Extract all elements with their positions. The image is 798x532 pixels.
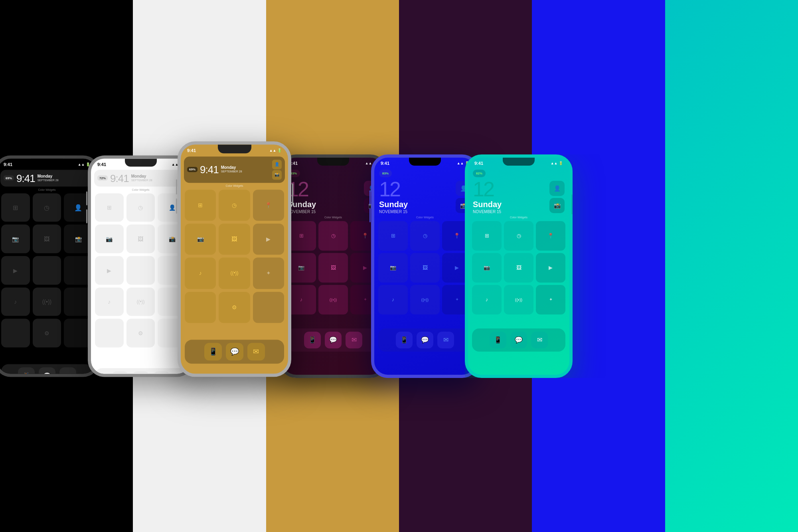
- app-icon[interactable]: ⊞: [1, 193, 30, 222]
- app-icon[interactable]: ⊞: [185, 190, 216, 221]
- app-icon[interactable]: ⚙: [219, 292, 250, 323]
- dock-icon[interactable]: 📱: [490, 332, 506, 348]
- dock-icon[interactable]: 💬: [510, 332, 527, 348]
- phone-1-battery-badge: 69%: [4, 176, 14, 181]
- phone-1-widget: 69% 9:41 Monday SEPTEMBER 28: [0, 170, 93, 186]
- app-icon[interactable]: ◷: [219, 190, 250, 221]
- phone-5: 9:41 ▲▲ 🔋 83% 12 Sunday NOVEMBER 15 👤 📸 …: [371, 154, 479, 378]
- app-icon[interactable]: ◷: [33, 193, 61, 222]
- dock-icon[interactable]: ✉: [153, 371, 170, 377]
- app-icon[interactable]: [126, 256, 155, 285]
- app-icon[interactable]: 📷: [472, 253, 502, 283]
- phone-1-date: SEPTEMBER 28: [38, 179, 90, 182]
- phone-3-side-btn-right: [292, 183, 293, 205]
- phone-6-day: Sunday: [473, 200, 546, 209]
- app-icon[interactable]: ♪: [1, 287, 30, 316]
- phone-6-time-big: 12: [473, 179, 546, 200]
- phone-2-vol-up: [86, 191, 87, 205]
- app-icon[interactable]: 🖼: [318, 253, 348, 283]
- app-icon[interactable]: ♪: [378, 285, 408, 314]
- phone-2-grid: ⊞ ◷ 👤 📷 🖼 📸 ▶ ♪ ((•)) ⚙: [91, 192, 190, 348]
- app-icon[interactable]: 🖼: [219, 223, 250, 255]
- phone-2-widget-label: Color Widgets: [91, 188, 190, 191]
- dock-icon[interactable]: 💬: [39, 367, 55, 377]
- app-icon[interactable]: [185, 292, 216, 323]
- dock-icon[interactable]: 💬: [132, 371, 149, 377]
- app-icon[interactable]: 🖼: [33, 225, 61, 253]
- dock-icon[interactable]: ✉: [346, 332, 362, 348]
- app-icon[interactable]: 🖼: [410, 253, 440, 283]
- phone-3-vol-up: [176, 179, 177, 194]
- app-icon[interactable]: ⚙: [126, 319, 155, 348]
- app-icon[interactable]: ▶: [536, 253, 565, 283]
- dock-icon[interactable]: ✉: [59, 367, 76, 377]
- app-icon[interactable]: ⊞: [472, 221, 502, 251]
- app-icon[interactable]: 📍: [253, 190, 284, 221]
- phone-1-time-display: 9:41: [16, 173, 35, 183]
- app-icon[interactable]: ((•)): [219, 257, 250, 289]
- app-icon[interactable]: ▶: [95, 256, 124, 285]
- dock-icon[interactable]: 📱: [204, 343, 222, 360]
- phone-5-widget-area: 83% 12 Sunday NOVEMBER 15 👤 📸: [374, 167, 476, 216]
- dock-icon[interactable]: 📱: [304, 332, 321, 348]
- app-icon[interactable]: ◷: [504, 221, 533, 251]
- dock-icon[interactable]: ✉: [247, 343, 265, 360]
- app-icon[interactable]: ♪: [472, 285, 502, 314]
- app-icon[interactable]: ⚙: [33, 319, 61, 348]
- phone-2-day: Monday: [131, 174, 152, 179]
- phone-3-notch: [218, 144, 251, 153]
- dock-icon[interactable]: 📱: [18, 367, 35, 377]
- phone-6-date: NOVEMBER 15: [473, 209, 546, 214]
- dock-icon[interactable]: 💬: [226, 343, 243, 360]
- app-icon[interactable]: ✦: [253, 257, 284, 289]
- phone-5-wrapper: 9:41 ▲▲ 🔋 83% 12 Sunday NOVEMBER 15 👤 📸 …: [371, 154, 479, 378]
- app-icon[interactable]: ♪: [185, 257, 216, 289]
- app-icon[interactable]: ▶: [253, 223, 284, 255]
- dock-icon[interactable]: 📱: [112, 371, 128, 377]
- phone-3: 9:41 ▲▲ 🔋 69% 9:41 Monday SEPTEMBER 28 👤…: [178, 141, 291, 377]
- dock-icon[interactable]: ✉: [437, 332, 454, 348]
- app-icon[interactable]: ▶: [1, 256, 30, 285]
- app-icon[interactable]: ◷: [126, 193, 155, 222]
- app-icon[interactable]: ((•)): [504, 285, 533, 314]
- app-icon[interactable]: 🖼: [504, 253, 533, 283]
- app-icon[interactable]: 🖼: [126, 225, 155, 253]
- app-icon[interactable]: ♪: [95, 287, 124, 316]
- app-icon[interactable]: ((•)): [410, 285, 440, 314]
- app-icon[interactable]: ⊞: [95, 193, 124, 222]
- phone-2-widget: 72% 9:41 Monday SEPTEMBER 28: [94, 170, 187, 186]
- app-icon[interactable]: ((•)): [318, 285, 348, 314]
- phone-1-day: Monday: [38, 174, 90, 179]
- dock-icon[interactable]: ✉: [531, 332, 548, 348]
- dock-icon[interactable]: 💬: [417, 332, 433, 348]
- phone-6-battery-badge: 82%: [476, 172, 482, 175]
- app-icon[interactable]: ((•)): [33, 287, 61, 316]
- phone-5-grid: ⊞ ◷ 📍 📷 🖼 ▶ ♪ ((•)) ✦: [374, 220, 476, 315]
- app-icon[interactable]: ((•)): [126, 287, 155, 316]
- phone-5-dock: 📱 💬 ✉: [378, 328, 472, 352]
- phone-4-widget-area: 83% 12 Sunday NOVEMBER 15 👤 📸: [282, 167, 384, 216]
- app-icon[interactable]: 📷: [185, 223, 216, 255]
- app-icon[interactable]: 📷: [95, 225, 124, 253]
- app-icon[interactable]: ⊞: [378, 221, 408, 251]
- phone-1-time: 9:41: [4, 162, 12, 166]
- dock-icon[interactable]: 📱: [396, 332, 413, 348]
- phone-2-time-display: 9:41: [110, 173, 129, 183]
- app-icon[interactable]: 📷: [1, 225, 30, 253]
- app-icon[interactable]: ◷: [410, 221, 440, 251]
- app-icon[interactable]: ✦: [536, 285, 565, 314]
- phone-2-date: SEPTEMBER 28: [131, 179, 152, 182]
- phone-5-widget-label: Color Widgets: [374, 216, 476, 219]
- app-icon[interactable]: 📷: [378, 253, 408, 283]
- dock-icon[interactable]: 💬: [325, 332, 342, 348]
- phone-3-day-info: Monday SEPTEMBER 28: [221, 166, 270, 174]
- phone-6-time: 9:41: [474, 161, 483, 166]
- app-icon[interactable]: [95, 319, 124, 348]
- app-icon[interactable]: [1, 319, 30, 348]
- phone-6-widget-area: 82% 12 Sunday NOVEMBER 15 👤 📸: [468, 167, 569, 216]
- app-icon[interactable]: ◷: [318, 221, 348, 251]
- app-icon[interactable]: 📍: [536, 221, 565, 251]
- phone-3-battery-badge: 69%: [187, 167, 198, 172]
- app-icon[interactable]: [253, 292, 284, 323]
- app-icon[interactable]: [33, 256, 61, 285]
